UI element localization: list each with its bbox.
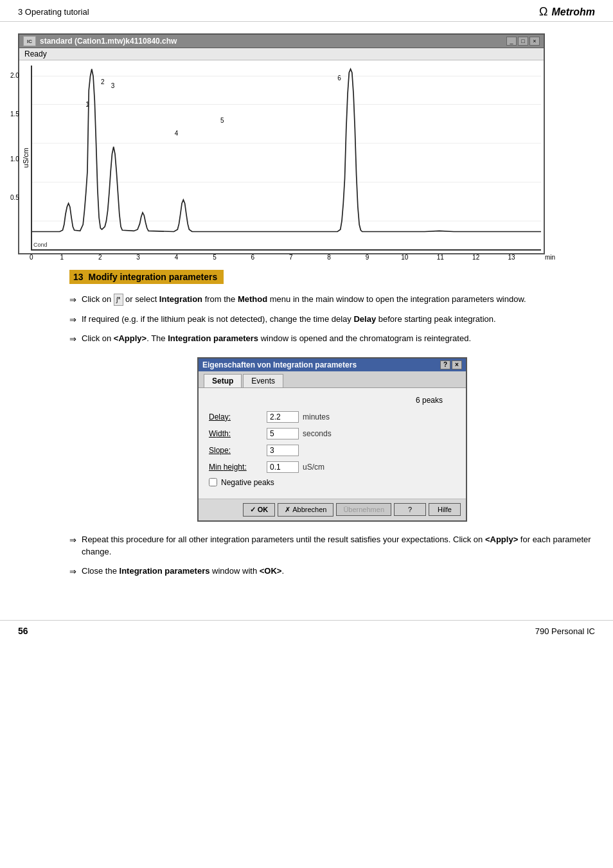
- width-unit: seconds: [303, 429, 332, 438]
- instruction-1: ⇒ Click on ∫* or select Integration from…: [69, 293, 595, 306]
- chrom-plot-area: uS/cm 2.0 1.5 1.0 0.5 0 1 2 3 4 5 6 7 8 …: [19, 60, 544, 253]
- arrow-4: ⇒: [69, 534, 76, 547]
- chrom-maximize-button[interactable]: □: [518, 37, 528, 46]
- x-tick-7: 7: [289, 254, 293, 261]
- y-tick-1: 1.0: [10, 155, 19, 163]
- chrom-title: standard (Cation1.mtw)k4110840.chw: [40, 37, 177, 46]
- section-13: 13 Modify integration parameters ⇒ Click…: [69, 270, 595, 578]
- ok-button[interactable]: ✓ OK: [243, 503, 276, 517]
- integration-icon[interactable]: ∫*: [114, 294, 123, 306]
- minheight-unit: uS/cm: [303, 463, 324, 472]
- delay-row: Delay: minutes: [209, 411, 456, 423]
- instruction-2: ⇒ If required (e.g. if the lithium peak …: [69, 313, 595, 326]
- tab-events[interactable]: Events: [243, 374, 283, 387]
- plot-container: 2.0 1.5 1.0 0.5 0 1 2 3 4 5 6 7 8 9 10 1…: [31, 66, 541, 251]
- negative-peaks-label[interactable]: Negative peaks: [221, 478, 274, 487]
- dialog-tabs: Setup Events: [199, 371, 466, 388]
- width-label: Width:: [209, 429, 267, 438]
- arrow-1: ⇒: [69, 294, 76, 306]
- chrom-app-icon: IC: [23, 36, 36, 46]
- negative-peaks-row: Negative peaks: [209, 478, 456, 487]
- dialog-titlebar: Eigenschaften von Integration parameters…: [199, 359, 466, 371]
- section-number: 13: [73, 272, 84, 282]
- chrom-titlebar: IC standard (Cation1.mtw)k4110840.chw _ …: [19, 35, 544, 48]
- delay-unit: minutes: [303, 412, 330, 421]
- minheight-row: Min height: uS/cm: [209, 461, 456, 473]
- help-icon-button[interactable]: ?: [394, 503, 426, 516]
- x-tick-9: 9: [366, 254, 369, 261]
- x-unit-label: min: [545, 254, 555, 261]
- delay-input[interactable]: [267, 411, 299, 423]
- section-header: 13 Modify integration parameters: [69, 270, 224, 284]
- instruction-1-text: Click on ∫* or select Integration from t…: [82, 293, 595, 306]
- instructions-list: ⇒ Click on ∫* or select Integration from…: [69, 293, 595, 346]
- slope-label: Slope:: [209, 446, 267, 455]
- slope-row: Slope:: [209, 445, 456, 456]
- cancel-icon: ✗: [285, 506, 290, 514]
- minheight-input[interactable]: [267, 461, 299, 473]
- brand-name: Metrohm: [551, 6, 595, 18]
- y-tick-05: 0.5: [10, 194, 19, 201]
- y-tick-15: 1.5: [10, 111, 19, 118]
- after-dialog-list: ⇒ Repeat this procedure for all other in…: [69, 533, 595, 578]
- minheight-label: Min height:: [209, 463, 267, 472]
- dialog-titlebar-buttons[interactable]: ? ×: [440, 360, 462, 369]
- dialog-footer: ✓ OK ✗ Abbrechen Übernehmen ? Hilfe: [199, 499, 466, 520]
- brand-area: Ω Metrohm: [539, 5, 595, 19]
- cancel-button[interactable]: ✗ Abbrechen: [278, 503, 333, 517]
- y-tick-2: 2.0: [10, 72, 19, 79]
- x-tick-8: 8: [327, 254, 331, 261]
- product-name: 790 Personal IC: [535, 626, 595, 636]
- instruction-5: ⇒ Close the Integration parameters windo…: [69, 565, 595, 578]
- arrow-3: ⇒: [69, 333, 76, 346]
- x-tick-10: 10: [401, 254, 408, 261]
- arrow-2: ⇒: [69, 314, 76, 326]
- peaks-count: 6: [416, 396, 420, 405]
- x-tick-5: 5: [213, 254, 217, 261]
- section-title: Modify integration parameters: [89, 272, 218, 282]
- chrom-titlebar-buttons[interactable]: _ □ ×: [506, 37, 540, 46]
- width-input[interactable]: [267, 428, 299, 439]
- x-tick-3: 3: [136, 254, 140, 261]
- chromatogram-window: IC standard (Cation1.mtw)k4110840.chw _ …: [18, 33, 545, 254]
- slope-input[interactable]: [267, 445, 299, 456]
- chrom-close-button[interactable]: ×: [529, 37, 540, 46]
- chrom-minimize-button[interactable]: _: [506, 37, 517, 46]
- x-tick-1: 1: [60, 254, 64, 261]
- integration-params-dialog: Eigenschaften von Integration parameters…: [197, 357, 467, 522]
- apply-button[interactable]: Übernehmen: [336, 503, 391, 516]
- tab-setup[interactable]: Setup: [204, 374, 242, 387]
- help-button[interactable]: Hilfe: [429, 503, 461, 516]
- peaks-row: 6 peaks: [209, 396, 456, 405]
- instruction-4-text: Repeat this procedure for all other inte…: [82, 533, 595, 558]
- x-tick-4: 4: [175, 254, 179, 261]
- delay-label: Delay:: [209, 412, 267, 421]
- page-footer: 56 790 Personal IC: [0, 620, 613, 641]
- chrom-statusbar: Ready: [19, 48, 544, 60]
- page-number: 56: [18, 626, 28, 636]
- x-tick-13: 13: [508, 254, 515, 261]
- instruction-3-text: Click on <Apply>. The Integration parame…: [82, 332, 595, 345]
- x-tick-12: 12: [472, 254, 479, 261]
- peaks-unit: peaks: [422, 396, 443, 405]
- x-tick-0: 0: [30, 254, 33, 261]
- status-text: Ready: [24, 49, 47, 58]
- dialog-title: Eigenschaften von Integration parameters: [202, 360, 357, 369]
- instruction-3: ⇒ Click on <Apply>. The Integration para…: [69, 332, 595, 346]
- page-header: 3 Operating tutorial Ω Metrohm: [0, 0, 613, 22]
- y-axis-label: uS/cm: [22, 148, 30, 168]
- main-content: IC standard (Cation1.mtw)k4110840.chw _ …: [0, 22, 613, 607]
- negative-peaks-checkbox[interactable]: [209, 478, 217, 486]
- dialog-body: 6 peaks Delay: minutes Width: seconds Sl…: [199, 388, 466, 499]
- instruction-5-text: Close the Integration parameters window …: [82, 565, 595, 578]
- x-tick-6: 6: [251, 254, 255, 261]
- chapter-label: 3 Operating tutorial: [18, 7, 89, 17]
- instruction-4: ⇒ Repeat this procedure for all other in…: [69, 533, 595, 558]
- x-tick-11: 11: [437, 254, 444, 261]
- dialog-help-button[interactable]: ?: [440, 360, 450, 369]
- width-row: Width: seconds: [209, 428, 456, 439]
- instruction-2-text: If required (e.g. if the lithium peak is…: [82, 313, 595, 326]
- dialog-close-button[interactable]: ×: [452, 360, 462, 369]
- omega-icon: Ω: [539, 5, 547, 19]
- chromatogram-svg: [32, 66, 541, 249]
